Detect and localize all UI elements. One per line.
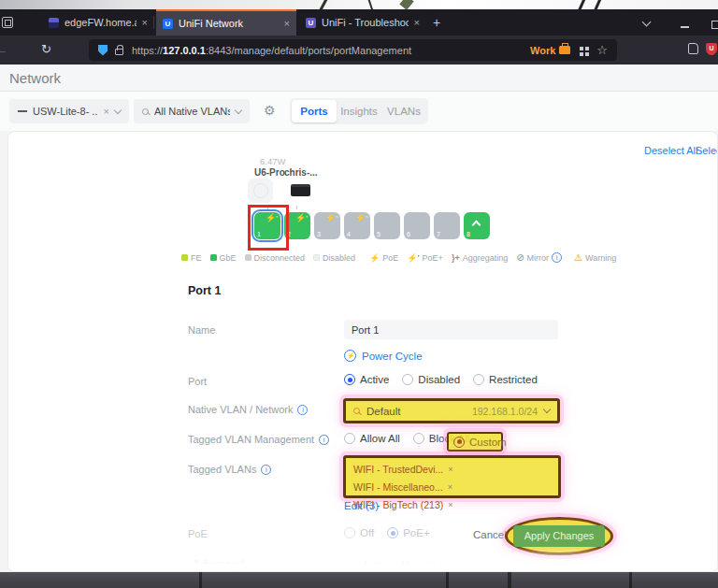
search-icon — [353, 408, 360, 414]
vlan-chip[interactable]: WIFI - Miscellaneo... — [353, 481, 452, 493]
url-text[interactable]: https://127.0.0.1:8443/manage/default/po… — [132, 45, 530, 56]
vlan-filter[interactable]: All Native VLANs — [134, 99, 250, 123]
radio-custom-annotated[interactable]: Custom — [447, 432, 503, 452]
port-3-square[interactable]: 3 — [314, 212, 340, 239]
connected-device-name[interactable]: U6-Pro — [254, 167, 285, 178]
power-cycle-link[interactable]: Power Cycle — [344, 350, 423, 362]
radio-allow-all[interactable]: Allow All — [344, 433, 400, 444]
vlan-filter-label: All Native VLANs — [154, 106, 230, 117]
select-all-link[interactable]: Select — [696, 145, 718, 156]
radio-disabled[interactable]: Disabled — [402, 374, 460, 385]
mirror-icon — [516, 252, 524, 263]
tab-unifi-troubleshooting[interactable]: U UniFi - Troubleshooting U — [299, 9, 426, 36]
clear-device-filter-icon[interactable] — [104, 107, 109, 117]
native-vlan-dropdown-annotated[interactable]: Default 192.168.1.0/24 — [343, 398, 560, 423]
remove-chip-icon[interactable] — [448, 482, 452, 492]
port-6-square[interactable]: 6 — [404, 212, 430, 239]
disabled-swatch — [313, 254, 320, 261]
cancel-button[interactable]: Cancel — [473, 529, 507, 540]
new-tab-button[interactable] — [429, 15, 444, 30]
port-state-radio-group: Active Disabled Restricted — [344, 374, 538, 385]
port-number: 7 — [437, 231, 440, 237]
native-vlan-value: Default — [366, 406, 466, 417]
annotation-red-rectangle — [248, 205, 289, 251]
tab-title: UniFi - Troubleshooting U — [322, 17, 409, 28]
container-label: Work — [530, 45, 555, 56]
extension-icon[interactable] — [688, 43, 698, 54]
port-legend: FE GbE Disconnected Disabled PoE PoE+ Ag… — [181, 252, 616, 263]
radio-label: Allow All — [360, 433, 400, 444]
radio-active[interactable]: Active — [344, 374, 389, 385]
chevron-down-icon[interactable] — [543, 406, 551, 413]
tab-close-icon[interactable] — [414, 18, 420, 28]
device-filter[interactable]: USW-Lite-8- ... — [9, 99, 129, 123]
connected-device-name[interactable]: chris-... — [284, 167, 318, 178]
native-vlan-network: 192.168.1.0/24 — [472, 406, 538, 417]
apply-changes-button[interactable]: Apply Changes — [513, 525, 605, 547]
radio-icon — [344, 374, 355, 385]
vlan-chip[interactable]: WIFI - TrustedDevi... — [353, 464, 453, 475]
remove-chip-icon[interactable] — [448, 465, 452, 474]
radio-restricted[interactable]: Restricted — [473, 374, 538, 385]
poe-label: PoE — [188, 528, 208, 539]
vlan-chip-label: WIFI - TrustedDevi... — [353, 464, 443, 475]
url-bar[interactable]: https://127.0.0.1:8443/manage/default/po… — [89, 39, 617, 61]
port-number: 4 — [347, 231, 351, 237]
port-8-square[interactable]: 8 — [464, 212, 490, 239]
gear-icon[interactable] — [264, 104, 276, 117]
tagged-vlans-box-annotated[interactable]: WIFI - TrustedDevi... WIFI - Miscellaneo… — [343, 455, 561, 498]
url-scheme: https:// — [132, 45, 163, 56]
ublock-icon[interactable]: U — [706, 43, 717, 55]
tab-insights[interactable]: Insights — [337, 100, 381, 122]
native-vlan-label: Native VLAN / Network — [188, 404, 308, 415]
port-7-square[interactable]: 7 — [434, 212, 460, 239]
info-icon[interactable] — [552, 252, 562, 263]
edit-vlans-link[interactable]: Edit (3) — [344, 500, 379, 511]
port-number: 6 — [407, 231, 410, 237]
tracking-protection-shield-icon[interactable] — [98, 45, 108, 56]
tab-overview-icon[interactable] — [2, 17, 13, 28]
tab-title: UniFi Network — [179, 18, 279, 29]
client-device-image[interactable] — [291, 184, 310, 196]
radio-poe-off[interactable]: Off — [344, 527, 374, 538]
radio-label: Disabled — [418, 374, 460, 385]
access-point-image[interactable] — [248, 179, 273, 203]
port-5-square[interactable]: 5 — [374, 212, 400, 239]
port-name-input[interactable] — [344, 320, 558, 339]
tab-unifi-network[interactable]: U UniFi Network — [156, 9, 296, 36]
port-4-square[interactable]: 4 — [344, 212, 370, 239]
radio-poe-plus[interactable]: PoE+ — [387, 527, 429, 538]
port-number: 8 — [467, 231, 470, 237]
radio-label: Custom — [469, 437, 507, 448]
native-vlan-label-text: Native VLAN / Network — [188, 404, 293, 415]
back-button[interactable] — [0, 43, 7, 57]
info-icon[interactable] — [261, 465, 271, 475]
info-icon[interactable] — [319, 435, 329, 445]
radio-icon — [387, 527, 398, 538]
tab-close-icon[interactable] — [284, 19, 290, 29]
chevron-down-icon[interactable] — [235, 106, 242, 113]
deselect-all-link[interactable]: Deselect All — [644, 145, 697, 156]
connection-lock-icon[interactable] — [115, 49, 123, 55]
tab-close-icon[interactable] — [142, 18, 148, 28]
reload-button[interactable] — [41, 42, 51, 56]
legend-label: Aggregating — [463, 253, 509, 263]
desktop-floor — [0, 572, 718, 588]
remove-chip-icon[interactable] — [448, 500, 452, 509]
legend-label: GbE — [220, 253, 237, 263]
browser-tab-bar: edgeFW.home.arpa - Fire U UniFi Network … — [0, 9, 718, 36]
extensions-grid-icon[interactable] — [580, 47, 583, 50]
tab-edgefw[interactable]: edgeFW.home.arpa - Fire — [42, 9, 154, 36]
window-minimize-button[interactable] — [681, 26, 689, 28]
page-title: Network — [9, 70, 61, 86]
legend-label: PoE+ — [423, 253, 443, 263]
info-icon[interactable] — [297, 405, 308, 415]
tab-ports[interactable]: Ports — [292, 100, 337, 122]
bookmark-star-icon[interactable] — [596, 44, 608, 56]
window-maximize-button[interactable] — [711, 21, 718, 29]
list-all-tabs-icon[interactable] — [642, 18, 652, 27]
radio-label: Off — [360, 527, 374, 538]
tab-vlans[interactable]: VLANs — [381, 100, 426, 122]
briefcase-icon — [559, 46, 570, 54]
chevron-down-icon[interactable] — [114, 106, 122, 113]
